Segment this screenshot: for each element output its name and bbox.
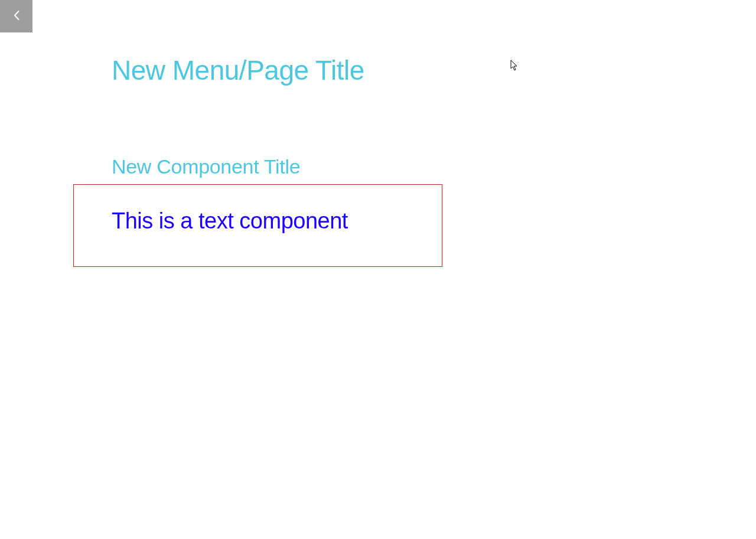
- text-component-selected[interactable]: This is a text component: [73, 184, 442, 267]
- page-title: New Menu/Page Title: [112, 54, 364, 86]
- text-component-content: This is a text component: [112, 208, 404, 234]
- cursor-icon: [510, 60, 519, 74]
- sidebar-collapse-button[interactable]: [0, 0, 32, 32]
- chevron-left-icon: [14, 11, 19, 22]
- component-title: New Component Title: [112, 155, 300, 178]
